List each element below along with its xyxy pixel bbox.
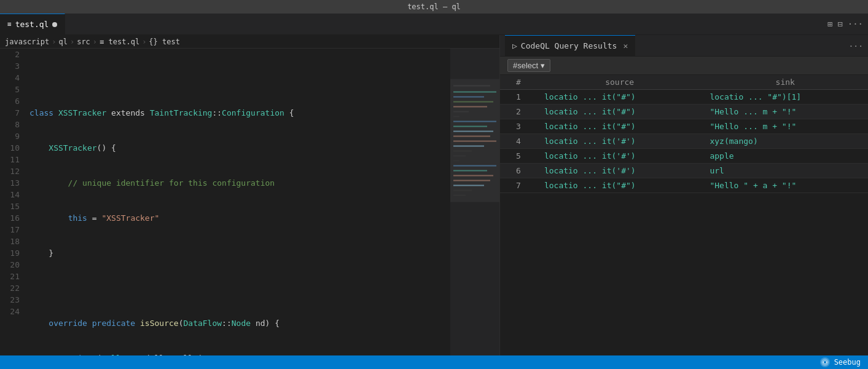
results-tab-close[interactable]: ✕ <box>623 41 628 50</box>
source-link[interactable]: locatio ... it('#') <box>544 151 636 161</box>
layout-button[interactable]: ⊟ <box>837 19 842 29</box>
col-source: source <box>537 75 703 90</box>
code-line-2 <box>29 72 450 84</box>
table-row[interactable]: 3locatio ... it("#")"Hello ... m + "!" <box>500 119 868 134</box>
row-number: 3 <box>500 119 537 134</box>
results-table[interactable]: # source sink 1locatio ... it("#")locati… <box>500 75 868 355</box>
results-tab[interactable]: ▷ CodeQL Query Results ✕ <box>505 35 635 56</box>
table-header-row: # source sink <box>500 75 868 90</box>
main-area: javascript › ql › src › ≡ test.ql › {} t… <box>0 35 868 355</box>
breadcrumb-test[interactable]: {} test <box>149 38 180 46</box>
sink-link[interactable]: url <box>710 166 724 175</box>
row-number: 4 <box>500 134 537 149</box>
row-source[interactable]: locatio ... it("#") <box>537 90 703 105</box>
tab-actions: ⊞ ⊟ ··· <box>823 14 868 34</box>
tab-modified-dot <box>52 22 57 27</box>
row-sink[interactable]: locatio ... "#")[1] <box>702 90 868 105</box>
sink-link[interactable]: xyz(mango) <box>710 137 757 146</box>
select-label: #select <box>513 61 538 70</box>
code-container[interactable]: 2 3 4 5 6 7 8 9 10 11 12 13 14 15 16 17 … <box>0 49 499 355</box>
row-sink[interactable]: "Hello " + a + "!" <box>702 178 868 193</box>
sink-link[interactable]: locatio ... "#")[1] <box>710 92 801 101</box>
table-row[interactable]: 4locatio ... it('#')xyz(mango) <box>500 134 868 149</box>
table-row[interactable]: 2locatio ... it("#")"Hello ... m + "!" <box>500 105 868 119</box>
row-number: 2 <box>500 105 537 119</box>
breadcrumb-src[interactable]: src <box>77 38 90 46</box>
minimap-svg <box>450 49 499 355</box>
seebug-logo: Seebug <box>819 357 861 368</box>
sink-link[interactable]: "Hello " + a + "!" <box>710 181 796 190</box>
sink-link[interactable]: apple <box>710 151 733 161</box>
table-row[interactable]: 6locatio ... it('#')url <box>500 164 868 178</box>
seebug-label: Seebug <box>834 358 861 367</box>
minimap <box>450 49 499 355</box>
sink-link[interactable]: "Hello ... m + "!" <box>710 107 796 116</box>
row-source[interactable]: locatio ... it('#') <box>537 149 703 164</box>
table-row[interactable]: 5locatio ... it('#')apple <box>500 149 868 164</box>
row-sink[interactable]: url <box>702 164 868 178</box>
line-numbers: 2 3 4 5 6 7 8 9 10 11 12 13 14 15 16 17 … <box>0 49 25 355</box>
row-sink[interactable]: apple <box>702 149 868 164</box>
source-link[interactable]: locatio ... it("#") <box>544 181 636 190</box>
tab-bar: ≡ test.ql ⊞ ⊟ ··· <box>0 14 868 35</box>
sink-link[interactable]: "Hello ... m + "!" <box>710 122 796 131</box>
source-link[interactable]: locatio ... it("#") <box>544 122 636 131</box>
row-number: 5 <box>500 149 537 164</box>
source-link[interactable]: locatio ... it("#") <box>544 92 636 101</box>
tab-file-icon: ≡ <box>7 20 12 28</box>
table-row[interactable]: 1locatio ... it("#")locatio ... "#")[1] <box>500 90 868 105</box>
title-text: test.ql — ql <box>407 2 461 11</box>
row-source[interactable]: locatio ... it("#") <box>537 119 703 134</box>
row-sink[interactable]: "Hello ... m + "!" <box>702 119 868 134</box>
code-line-3: class XSSTracker extends TaintTracking::… <box>29 107 450 119</box>
row-number: 1 <box>500 90 537 105</box>
source-link[interactable]: locatio ... it("#") <box>544 107 636 116</box>
svg-rect-24 <box>450 79 499 202</box>
editor-panel: javascript › ql › src › ≡ test.ql › {} t… <box>0 35 499 355</box>
bottom-bar: Seebug <box>0 355 868 369</box>
code-line-10: exists(CallExpr dollarCall | <box>29 352 450 355</box>
title-bar: test.ql — ql <box>0 0 868 14</box>
breadcrumb-file[interactable]: ≡ test.ql <box>100 38 139 46</box>
results-panel: ▷ CodeQL Query Results ✕ ··· #select ▾ #… <box>499 35 868 355</box>
active-tab[interactable]: ≡ test.ql <box>0 14 65 34</box>
row-source[interactable]: locatio ... it('#') <box>537 164 703 178</box>
tab-spacer <box>65 14 822 34</box>
code-line-9: override predicate isSource(DataFlow::No… <box>29 317 450 329</box>
code-editor[interactable]: class XSSTracker extends TaintTracking::… <box>25 49 450 355</box>
select-chevron: ▾ <box>541 61 545 70</box>
query-results-table: # source sink 1locatio ... it("#")locati… <box>500 75 868 193</box>
results-tab-bar: ▷ CodeQL Query Results ✕ ··· <box>500 35 868 57</box>
row-sink[interactable]: xyz(mango) <box>702 134 868 149</box>
row-source[interactable]: locatio ... it("#") <box>537 105 703 119</box>
breadcrumb: javascript › ql › src › ≡ test.ql › {} t… <box>0 35 499 49</box>
row-number: 7 <box>500 178 537 193</box>
col-sink: sink <box>702 75 868 90</box>
breadcrumb-ql[interactable]: ql <box>58 38 67 46</box>
results-tab-icon: ▷ <box>512 41 517 50</box>
results-tab-label: CodeQL Query Results <box>521 41 617 50</box>
select-bar: #select ▾ <box>500 57 868 75</box>
code-line-4: XSSTracker() { <box>29 142 450 154</box>
more-actions-button[interactable]: ··· <box>848 19 863 29</box>
table-row[interactable]: 7locatio ... it("#")"Hello " + a + "!" <box>500 178 868 193</box>
source-link[interactable]: locatio ... it('#') <box>544 137 636 146</box>
col-hash: # <box>500 75 537 90</box>
source-link[interactable]: locatio ... it('#') <box>544 166 636 175</box>
code-line-6: this = "XSSTracker" <box>29 212 450 224</box>
svg-point-27 <box>824 361 826 363</box>
seebug-icon <box>819 357 831 368</box>
code-line-8 <box>29 282 450 294</box>
tab-label: test.ql <box>15 20 49 29</box>
row-source[interactable]: locatio ... it("#") <box>537 178 703 193</box>
row-number: 6 <box>500 164 537 178</box>
results-more-actions[interactable]: ··· <box>844 41 868 50</box>
row-sink[interactable]: "Hello ... m + "!" <box>702 105 868 119</box>
split-editor-button[interactable]: ⊞ <box>827 19 832 29</box>
code-line-5: // unique identifier for this configurat… <box>29 177 450 189</box>
breadcrumb-javascript[interactable]: javascript <box>5 38 49 46</box>
row-source[interactable]: locatio ... it('#') <box>537 134 703 149</box>
select-button[interactable]: #select ▾ <box>507 59 550 72</box>
code-line-7: } <box>29 247 450 259</box>
